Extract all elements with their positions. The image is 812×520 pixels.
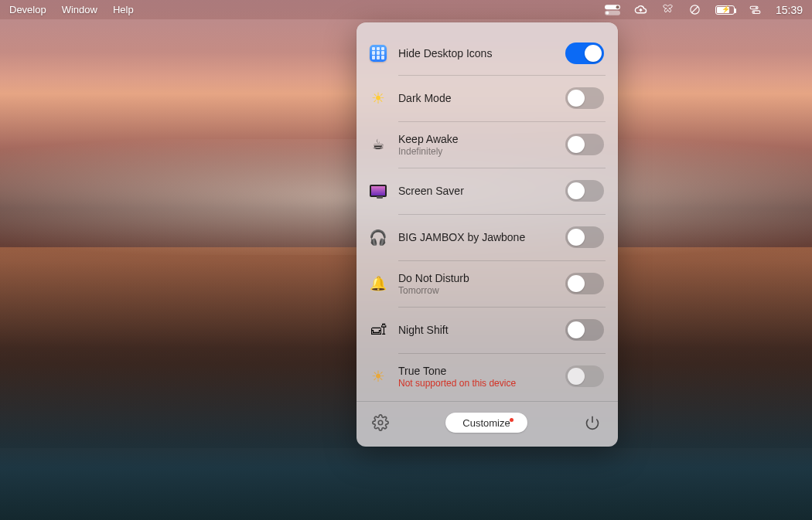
menu-window[interactable]: Window	[62, 4, 97, 15]
item-sublabel: Not supported on this device	[398, 378, 565, 389]
control-center-icon[interactable]	[749, 3, 762, 16]
no-entry-icon[interactable]	[688, 3, 701, 16]
one-switch-panel: Hide Desktop Icons ☀︎ Dark Mode ☕︎ Keep …	[357, 22, 618, 447]
svg-point-10	[378, 420, 383, 425]
menu-help[interactable]: Help	[113, 4, 134, 15]
menubar-right: ⚡ 15:39	[605, 3, 803, 16]
item-true-tone: ☀︎ True Tone Not supported on this devic…	[357, 353, 618, 399]
svg-point-7	[756, 7, 757, 8]
toggle-night-shift[interactable]	[565, 319, 604, 341]
item-label-wrap: Do Not Disturb Tomorrow	[398, 272, 565, 296]
svg-point-9	[753, 12, 755, 13]
item-sublabel: Indefinitely	[398, 146, 565, 157]
toggle-hide-desktop-icons[interactable]	[565, 42, 604, 64]
item-label: True Tone	[398, 365, 565, 377]
grid-icon	[369, 44, 387, 63]
menubar: Develop Window Help ⚡ 15:39	[0, 0, 812, 19]
item-label-wrap: BIG JAMBOX by Jawbone	[398, 231, 565, 243]
one-switch-menubar-icon[interactable]	[605, 5, 620, 15]
item-keep-awake: ☕︎ Keep Awake Indefinitely	[357, 121, 618, 168]
panel-bottom: Customize	[357, 401, 618, 436]
item-label: Screen Saver	[398, 185, 565, 197]
cloud-icon[interactable]	[634, 3, 647, 16]
item-do-not-disturb: 🔔 Do Not Disturb Tomorrow	[357, 260, 618, 307]
item-label: Do Not Disturb	[398, 272, 565, 284]
item-night-shift: 🛋︎ Night Shift	[357, 307, 618, 353]
svg-point-3	[606, 11, 609, 14]
item-sublabel: Tomorrow	[398, 285, 565, 296]
item-label: Keep Awake	[398, 133, 565, 145]
sun-icon: ☀︎	[369, 89, 387, 107]
item-label-wrap: Keep Awake Indefinitely	[398, 133, 565, 157]
customize-label: Customize	[462, 417, 510, 429]
svg-line-5	[691, 6, 698, 13]
item-label-wrap: Night Shift	[398, 324, 565, 336]
item-label-wrap: Screen Saver	[398, 185, 565, 197]
toggle-true-tone	[565, 365, 604, 387]
coffee-cup-icon: ☕︎	[369, 135, 387, 154]
battery-icon[interactable]: ⚡	[715, 5, 735, 15]
menubar-clock[interactable]: 15:39	[776, 4, 803, 16]
item-screen-saver: Screen Saver	[357, 168, 618, 214]
item-dark-mode: ☀︎ Dark Mode	[357, 75, 618, 121]
power-button[interactable]	[584, 414, 601, 431]
item-big-jambox: 🎧 BIG JAMBOX by Jawbone	[357, 214, 618, 260]
true-tone-icon: ☀︎	[369, 367, 387, 386]
item-label: Night Shift	[398, 324, 565, 336]
svg-point-1	[616, 5, 619, 8]
menubar-left: Develop Window Help	[9, 4, 134, 15]
item-label: Hide Desktop Icons	[398, 47, 565, 59]
item-label-wrap: Hide Desktop Icons	[398, 47, 565, 59]
item-label: BIG JAMBOX by Jawbone	[398, 231, 565, 243]
lamp-icon: 🛋︎	[369, 321, 387, 339]
toggle-dark-mode[interactable]	[565, 87, 604, 109]
bell-icon: 🔔	[369, 274, 387, 293]
toggle-do-not-disturb[interactable]	[565, 273, 604, 294]
item-hide-desktop-icons: Hide Desktop Icons	[357, 29, 618, 75]
customize-button[interactable]: Customize	[445, 413, 527, 433]
menu-develop[interactable]: Develop	[9, 4, 46, 15]
toggle-screen-saver[interactable]	[565, 180, 604, 202]
item-label-wrap: Dark Mode	[398, 92, 565, 104]
butterfly-icon[interactable]	[661, 3, 674, 16]
toggle-big-jambox[interactable]	[565, 226, 604, 248]
item-label: Dark Mode	[398, 92, 565, 104]
headphones-icon: 🎧	[369, 228, 387, 246]
item-label-wrap: True Tone Not supported on this device	[398, 365, 565, 389]
settings-button[interactable]	[372, 414, 389, 431]
monitor-icon	[369, 182, 387, 200]
toggle-keep-awake[interactable]	[565, 134, 604, 155]
